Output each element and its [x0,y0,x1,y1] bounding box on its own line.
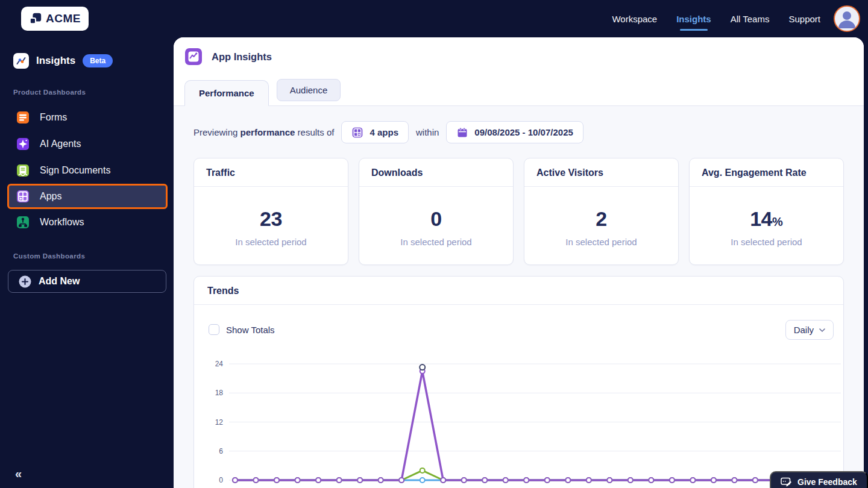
sign-documents-icon [16,163,30,178]
stat-value: 2 [596,207,606,230]
stat-value: 0 [430,207,441,230]
date-range-label: 09/08/2025 - 10/07/2025 [474,127,573,137]
show-totals-toggle[interactable]: Show Totals [209,324,275,335]
top-navigation: Workspace Insights All Teams Support [612,0,820,37]
beta-badge: Beta [83,54,113,67]
chevron-down-icon [819,328,825,332]
date-range-button[interactable]: 09/08/2025 - 10/07/2025 [446,121,583,143]
sidebar: Insights Beta Product Dashboards Forms A… [0,37,174,488]
stat-card-engagement-rate: Avg. Engagement Rate 14% In selected per… [689,158,844,265]
apps-small-icon [351,127,363,139]
apps-filter-button[interactable]: 4 apps [341,121,409,143]
page-title: App Insights [212,51,272,63]
person-icon [835,7,859,31]
sidebar-item-label: Forms [40,112,67,123]
feedback-icon [781,477,792,487]
stat-title: Traffic [194,158,348,187]
svg-text:12: 12 [215,418,224,427]
stat-title: Downloads [359,158,513,187]
stat-value: 14 [750,207,772,230]
sidebar-menu: Forms AI Agents Sign Documents [0,104,174,236]
acme-logo[interactable]: ACME [21,7,89,31]
preview-text: Previewing performance results of [193,127,334,137]
insights-chart-icon [13,53,29,69]
add-new-label: Add New [39,276,80,287]
section-custom-dashboards: Custom Dashboards [13,252,85,260]
give-feedback-button[interactable]: Give Feedback [770,471,868,488]
stat-card-downloads: Downloads 0 In selected period [359,158,514,265]
workflows-icon [16,215,30,230]
stat-card-traffic: Traffic 23 In selected period [193,158,348,265]
stat-value: 23 [260,207,282,230]
sidebar-item-label: Apps [40,191,61,202]
stat-card-active-visitors: Active Visitors 2 In selected period [524,158,679,265]
tabs: Performance Audience [184,79,341,106]
trends-chart-area: 06121824 [194,355,844,488]
page-title-row: App Insights [185,48,272,65]
show-totals-label: Show Totals [226,325,275,335]
sidebar-title: Insights [36,55,75,67]
sidebar-item-ai-agents[interactable]: AI Agents [0,131,174,157]
stat-title: Active Visitors [524,158,678,187]
section-product-dashboards: Product Dashboards [13,89,86,96]
granularity-select[interactable]: Daily [785,320,834,340]
logo-text: ACME [46,12,81,25]
ai-agents-icon [16,137,30,151]
give-feedback-label: Give Feedback [797,477,857,487]
sidebar-item-label: Sign Documents [40,165,110,176]
tab-audience[interactable]: Audience [277,79,341,101]
sidebar-product-header: Insights Beta [13,53,113,69]
stat-caption: In selected period [194,237,348,247]
granularity-value: Daily [794,325,814,335]
preview-filter-row: Previewing performance results of 4 apps… [193,121,583,143]
svg-text:24: 24 [215,360,224,368]
stat-caption: In selected period [690,237,843,247]
main-panel: App Insights Performance Audience Previe… [174,37,864,488]
tab-performance[interactable]: Performance [184,80,269,106]
trends-chart: 06121824 [194,355,844,488]
sidebar-item-label: Workflows [40,217,84,228]
sidebar-item-workflows[interactable]: Workflows [0,209,174,236]
add-new-button[interactable]: Add New [8,270,166,293]
nav-link-support[interactable]: Support [788,14,820,24]
within-label: within [416,127,439,137]
plus-circle-icon [19,275,31,288]
calendar-icon [456,127,468,139]
app-insights-icon [185,48,202,65]
show-totals-checkbox[interactable] [209,324,219,335]
svg-text:18: 18 [215,389,224,397]
apps-filter-label: 4 apps [370,127,398,137]
trends-title: Trends [194,277,843,305]
stat-caption: In selected period [359,237,513,247]
forms-icon [16,110,30,125]
stats-row: Traffic 23 In selected period Downloads … [193,158,844,265]
logo-squares-icon [29,12,42,25]
nav-link-all-teams[interactable]: All Teams [731,14,770,24]
svg-text:0: 0 [219,476,223,484]
svg-text:6: 6 [219,447,223,455]
nav-link-insights[interactable]: Insights [676,14,711,24]
sidebar-item-forms[interactable]: Forms [0,104,174,131]
sidebar-collapse-icon[interactable]: « [15,467,22,481]
stat-title: Avg. Engagement Rate [690,158,843,187]
stat-suffix: % [772,215,783,228]
trends-card: Trends Show Totals Daily 06121824 [193,276,844,488]
apps-icon [16,189,30,204]
sidebar-item-label: AI Agents [40,139,81,149]
stat-caption: In selected period [524,237,678,247]
nav-link-workspace[interactable]: Workspace [612,14,657,24]
panel-header: App Insights Performance Audience [174,37,864,106]
sidebar-item-apps[interactable]: Apps [7,184,168,209]
user-avatar[interactable] [834,5,860,32]
sidebar-item-sign-documents[interactable]: Sign Documents [0,157,174,184]
